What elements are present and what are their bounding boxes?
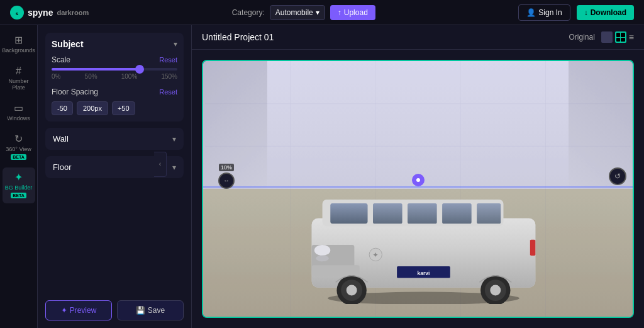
- svg-rect-16: [442, 203, 472, 223]
- main-content: ⊞ Backgrounds # Number Plate ▭ Windows ↻…: [0, 25, 644, 328]
- floor-spacing-reset-button[interactable]: Reset: [159, 88, 177, 96]
- collapse-icon: ‹: [159, 161, 161, 167]
- spacing-value: 200px: [77, 101, 108, 115]
- svg-point-20: [316, 256, 328, 262]
- sidebar: ⊞ Backgrounds # Number Plate ▭ Windows ↻…: [0, 25, 38, 328]
- spacing-plus-button[interactable]: +50: [112, 101, 135, 115]
- svg-rect-17: [477, 203, 501, 223]
- grid-cell-1: [616, 33, 621, 37]
- scale-mark-100: 100%: [121, 73, 138, 80]
- car-image: ✦ karvi: [290, 176, 556, 303]
- panel: Subject ▾ Scale Reset 0% 50% 100% 150%: [38, 25, 192, 328]
- save-button[interactable]: 💾 Save: [117, 300, 184, 320]
- floor-spacing-row: Floor Spacing Reset: [52, 88, 177, 96]
- user-icon: 👤: [526, 8, 536, 17]
- list-view-icon[interactable]: ≡: [629, 32, 634, 42]
- number-plate-icon: #: [16, 66, 21, 76]
- logo: s spyne darkroom: [10, 6, 89, 20]
- canvas-wrapper: ✦ karvi: [192, 50, 644, 328]
- wall-section[interactable]: Wall ▾: [45, 128, 184, 150]
- signin-button[interactable]: 👤 Sign In: [518, 4, 570, 21]
- canvas-frame: ✦ karvi: [202, 60, 634, 318]
- floor-label: Floor: [53, 162, 72, 172]
- sidebar-item-bg-builder[interactable]: ✦ BG Builder BETA: [3, 167, 35, 203]
- topbar-left: s spyne darkroom: [10, 6, 89, 20]
- preview-icon: ✦: [61, 306, 67, 315]
- svg-point-19: [314, 246, 330, 256]
- scale-slider[interactable]: [52, 68, 177, 71]
- panel-spacer: [45, 184, 184, 289]
- bg-builder-beta-badge: BETA: [11, 193, 26, 198]
- 360-beta-badge: BETA: [11, 154, 26, 160]
- horizon-line: [203, 186, 633, 188]
- svg-rect-14: [373, 203, 402, 223]
- preview-button[interactable]: ✦ Preview: [45, 300, 112, 320]
- sidebar-item-windows[interactable]: ▭ Windows: [3, 98, 35, 127]
- sidebar-label-windows: Windows: [7, 115, 30, 122]
- subject-section: Subject ▾ Scale Reset 0% 50% 100% 150%: [45, 33, 184, 122]
- save-label: Save: [148, 306, 165, 315]
- project-title: Untitled Project 01: [202, 32, 274, 42]
- horizon-mid-dot: [416, 178, 420, 182]
- sidebar-item-backgrounds[interactable]: ⊞ Backgrounds: [3, 30, 35, 59]
- svg-text:karvi: karvi: [417, 270, 430, 276]
- app-subtitle: darkroom: [57, 9, 89, 16]
- sidebar-label-number-plate: Number Plate: [5, 78, 33, 91]
- panel-collapse-button[interactable]: ‹: [154, 152, 167, 177]
- slider-thumb[interactable]: [135, 65, 144, 74]
- horizon-left-handle-group: 10% ↔: [218, 164, 235, 189]
- scale-mark-150: 150%: [161, 73, 177, 80]
- upload-button[interactable]: ↑ Upload: [330, 5, 375, 20]
- horizon-percent-label: 10%: [219, 164, 234, 171]
- download-button[interactable]: ↓ Download: [577, 5, 634, 20]
- svg-rect-23: [311, 266, 359, 276]
- scale-mark-0: 0%: [52, 73, 60, 80]
- scale-label: Scale: [52, 55, 70, 64]
- topbar: s spyne darkroom Category: Automobile ▾ …: [0, 0, 644, 25]
- floor-chevron-icon: ▾: [172, 163, 176, 172]
- app-name: spyne: [28, 8, 53, 18]
- upload-label: Upload: [344, 8, 368, 17]
- studio-scene: ✦ karvi: [203, 61, 633, 317]
- category-value: Automobile: [275, 8, 313, 17]
- sidebar-item-number-plate[interactable]: # Number Plate: [3, 61, 35, 96]
- 360-view-icon: ↻: [14, 134, 23, 144]
- subject-chevron-icon[interactable]: ▾: [174, 40, 177, 48]
- windows-icon: ▭: [14, 103, 23, 113]
- floor-spacing-label: Floor Spacing: [52, 88, 98, 96]
- horizon-right-handle[interactable]: ↺: [609, 167, 626, 185]
- svg-rect-15: [408, 203, 437, 223]
- studio-background: ✦ karvi: [203, 61, 633, 317]
- category-dropdown[interactable]: Automobile ▾: [270, 5, 325, 20]
- original-label: Original: [569, 33, 594, 42]
- canvas-header: Untitled Project 01 Original ≡: [192, 25, 644, 50]
- spacing-minus-button[interactable]: -50: [52, 101, 73, 115]
- svg-point-32: [490, 285, 501, 296]
- bg-builder-icon: ✦: [14, 172, 23, 183]
- canvas-area: Untitled Project 01 Original ≡: [192, 25, 644, 328]
- grid-cell-4: [621, 38, 625, 42]
- scale-row: Scale Reset: [52, 55, 177, 64]
- slider-track: [52, 68, 177, 71]
- logo-icon: s: [10, 6, 24, 20]
- wall-chevron-icon: ▾: [172, 135, 176, 144]
- upload-icon: ↑: [338, 8, 341, 17]
- horizon-mid-handle[interactable]: [412, 174, 425, 186]
- sidebar-item-360-view[interactable]: ↻ 360° View BETA: [3, 129, 35, 165]
- horizon-left-handle[interactable]: ↔: [218, 172, 235, 189]
- wall-label: Wall: [53, 134, 69, 144]
- view-grid-icon[interactable]: [615, 31, 626, 43]
- scale-reset-button[interactable]: Reset: [159, 56, 177, 64]
- grid-cell-2: [621, 33, 625, 37]
- spacing-controls: -50 200px +50: [52, 101, 177, 115]
- save-icon: 💾: [136, 306, 145, 315]
- svg-rect-26: [530, 240, 535, 256]
- subject-header: Subject ▾: [52, 39, 177, 49]
- svg-text:✦: ✦: [372, 251, 379, 259]
- download-icon: ↓: [584, 8, 588, 17]
- topbar-right: 👤 Sign In ↓ Download: [518, 4, 634, 21]
- topbar-center: Category: Automobile ▾ ↑ Upload: [232, 5, 375, 20]
- view-square-icon[interactable]: [601, 31, 613, 43]
- sidebar-label-backgrounds: Backgrounds: [2, 47, 35, 54]
- signin-label: Sign In: [538, 8, 562, 17]
